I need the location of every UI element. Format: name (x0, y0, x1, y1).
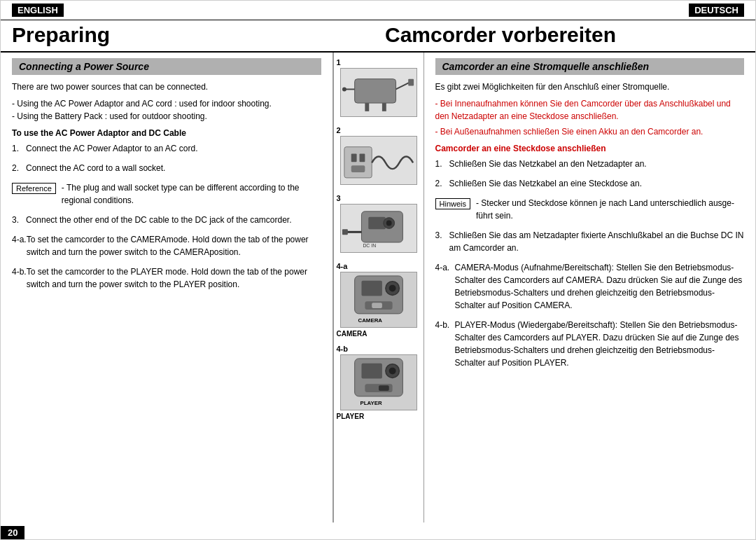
svg-line-3 (396, 82, 410, 89)
title-row: Preparing Camcorder vorbereiten (1, 20, 755, 53)
img-device-4a: CAMERA (340, 272, 417, 328)
right-bullets-red: - Bei Innenaufnahmen können Sie den Camc… (435, 97, 745, 138)
step-de-4a-num: 4-a. (435, 261, 455, 312)
image-block-4a: 4-a CAMERA CAMERA (337, 262, 421, 338)
img-device-4b: PLAYER (340, 354, 417, 410)
step-de-4b: 4-b. PLAYER-Modus (Wiedergabe/Bereitscha… (435, 319, 745, 369)
img-sublabel-4b: PLAYER (337, 413, 365, 420)
header-bar: ENGLISH DEUTSCH (1, 1, 755, 20)
step-4a-text: To set the camcorder to the CAMERAmode. … (27, 233, 321, 258)
step-4b-num: 4-b. (12, 265, 27, 291)
step-1-num: 1. (12, 142, 26, 155)
img-sublabel-4a: CAMERA (337, 330, 368, 338)
right-section-header-text: Camcorder an eine Stromquelle anschließe… (442, 61, 650, 72)
img-svg-3: DC IN (341, 205, 416, 253)
hinweis-text: - Stecker und Steckdose können je nach L… (476, 197, 744, 222)
footer-row: 20 (1, 522, 755, 539)
right-bullet-red-1: - Bei Innenaufnahmen können Sie den Camc… (435, 97, 745, 123)
right-intro: Es gibt zwei Möglichkeiten für den Ansch… (435, 81, 745, 93)
step-4a: 4-a. To set the camcorder to the CAMERAm… (12, 233, 321, 258)
step-de-3: 3. Schließen Sie das am Netzadapter fixi… (435, 229, 745, 254)
svg-rect-7 (344, 146, 371, 177)
title-left: Preparing (12, 23, 371, 47)
img-device-3: DC IN (340, 204, 417, 253)
left-bullets: - Using the AC Power Adaptor and AC cord… (12, 97, 321, 123)
svg-rect-16 (342, 229, 347, 235)
svg-text:PLAYER: PLAYER (360, 399, 382, 406)
img-label-1: 1 (337, 58, 341, 67)
step-de-3-num: 3. (435, 229, 449, 254)
svg-rect-10 (351, 165, 365, 172)
img-svg-2 (341, 137, 416, 185)
lang-badge-left: ENGLISH (12, 4, 64, 17)
img-svg-4a: CAMERA (341, 272, 416, 328)
step-de-2-num: 2. (435, 177, 449, 190)
step-1-text: Connect the AC Power Adaptor to an AC co… (26, 142, 321, 155)
svg-rect-9 (359, 153, 365, 162)
step-4b-text: To set the camcorder to the PLAYER mode.… (27, 265, 321, 291)
page-number-badge: 20 (1, 526, 24, 539)
right-section-header: Camcorder an eine Stromquelle anschließe… (435, 58, 745, 75)
img-svg-1 (341, 69, 416, 117)
image-block-2: 2 (337, 126, 421, 187)
svg-rect-0 (354, 78, 396, 102)
step-de-1-text: Schließen Sie das Netzkabel an den Netza… (449, 158, 745, 170)
center-images: 1 2 (333, 53, 424, 522)
step-de-3-text: Schließen Sie das am Netzadapter fixiert… (449, 229, 745, 254)
img-label-4b: 4-b (337, 345, 349, 353)
col-right: Camcorder an eine Stromquelle anschließe… (424, 53, 756, 522)
step-de-4b-num: 4-b. (435, 319, 455, 369)
step-4b: 4-b. To set the camcorder to the PLAYER … (12, 265, 321, 291)
svg-point-21 (388, 284, 396, 291)
image-block-4b: 4-b PLAYER PLAYER (337, 345, 421, 420)
page: ENGLISH DEUTSCH Preparing Camcorder vorb… (0, 0, 756, 540)
step-4a-num: 4-a. (12, 233, 27, 258)
svg-text:DC IN: DC IN (363, 243, 376, 248)
left-section-header: Connecting a Power Source (12, 58, 321, 75)
reference-text: - The plug and wall socket type can be d… (62, 181, 321, 207)
svg-rect-23 (372, 303, 382, 308)
step-de-2-text: Schließen Sie das Netzkabel an eine Stec… (449, 177, 745, 190)
step-1: 1. Connect the AC Power Adaptor to an AC… (12, 142, 321, 155)
left-intro: There are two power sources that can be … (12, 81, 321, 93)
step-de-1-num: 1. (435, 158, 449, 170)
img-svg-4b: PLAYER (341, 355, 416, 410)
left-bullet-1: - Using the AC Power Adaptor and AC cord… (12, 97, 321, 110)
svg-text:CAMERA: CAMERA (358, 317, 382, 323)
right-bullet-red-2: - Bei Außenaufnahmen schließen Sie einen… (435, 125, 745, 138)
step-de-1: 1. Schließen Sie das Netzkabel an den Ne… (435, 158, 745, 170)
right-subsection-heading: Camcorder an eine Steckdose anschließen (435, 144, 745, 153)
svg-rect-4 (408, 78, 414, 85)
left-bullet-2: - Using the Battery Pack : used for outd… (12, 110, 321, 123)
svg-point-6 (342, 87, 346, 91)
svg-rect-19 (361, 281, 382, 296)
img-label-4a: 4-a (337, 262, 348, 270)
left-subsection-heading: To use the AC Power Adaptor and DC Cable (12, 128, 321, 138)
image-block-1: 1 (337, 58, 421, 119)
svg-point-28 (388, 367, 396, 374)
image-block-3: 3 DC IN (337, 194, 421, 255)
reference-badge: Reference (12, 183, 56, 194)
img-label-3: 3 (337, 194, 341, 202)
img-device-1 (340, 68, 417, 117)
img-label-2: 2 (337, 126, 341, 134)
svg-point-14 (386, 220, 391, 226)
step-de-2: 2. Schließen Sie das Netzkabel an eine S… (435, 177, 745, 190)
svg-rect-30 (379, 385, 389, 391)
step-2-text: Connect the AC cord to a wall socket. (26, 162, 321, 174)
main-content: Connecting a Power Source There are two … (1, 53, 755, 522)
step-3-text: Connect the other end of the DC cable to… (26, 214, 321, 226)
svg-rect-12 (368, 216, 386, 229)
step-de-4a-text: CAMERA-Modus (Aufnahme/Bereitschaft): St… (455, 261, 745, 312)
img-device-2 (340, 136, 417, 185)
title-right: Camcorder vorbereiten (371, 23, 744, 47)
svg-rect-2 (382, 103, 386, 111)
left-section-header-text: Connecting a Power Source (19, 61, 149, 72)
svg-rect-26 (361, 364, 382, 379)
col-left: Connecting a Power Source There are two … (1, 53, 333, 522)
svg-rect-1 (365, 103, 369, 111)
step-de-4a: 4-a. CAMERA-Modus (Aufnahme/Bereitschaft… (435, 261, 745, 312)
step-3: 3. Connect the other end of the DC cable… (12, 214, 321, 226)
reference-row: Reference - The plug and wall socket typ… (12, 181, 321, 207)
step-3-num: 3. (12, 214, 26, 226)
